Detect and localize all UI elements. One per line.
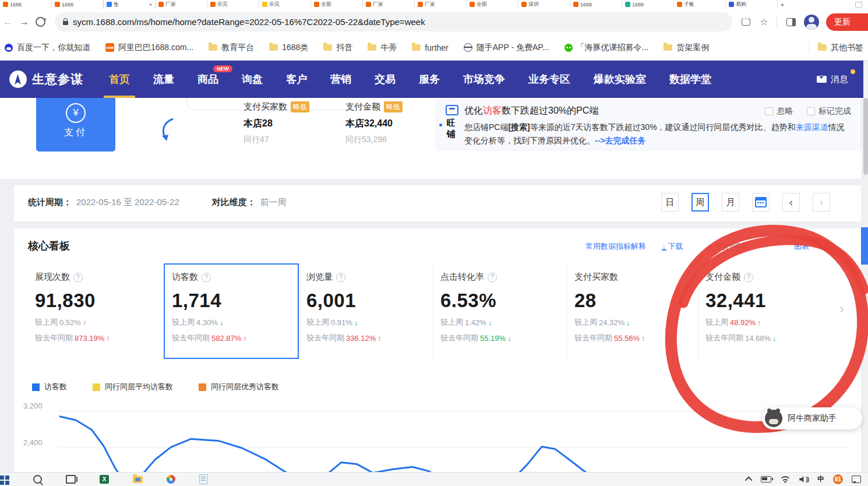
browser-tab[interactable]: 厂家	[156, 0, 207, 9]
messages-button[interactable]: 消息	[817, 74, 848, 85]
nav-item[interactable]: 交易	[375, 61, 396, 98]
tray-chevron-icon[interactable]	[745, 477, 753, 484]
battery-icon[interactable]	[761, 476, 771, 483]
checkbox-icon[interactable]	[765, 107, 773, 115]
legend-item[interactable]: 同行同层平均访客数	[93, 382, 173, 392]
download-link[interactable]: ↓下载	[662, 241, 683, 252]
bookmark-item[interactable]: 百度一下，你就知道	[5, 43, 90, 53]
granularity-button[interactable]: 日	[661, 193, 679, 212]
speaker-icon[interactable]: ))	[799, 476, 809, 483]
browser-tab[interactable]: 1688	[570, 0, 622, 9]
metric-card[interactable]: 展现次数?91,830较上周0.52%↑较去年同期873.19%↑	[28, 263, 158, 359]
metric-card[interactable]: 浏览量?6,001较上周0.91%↓较去年同期336.12%↑	[299, 263, 433, 359]
bookmark-item[interactable]: 货架案例	[664, 43, 709, 53]
metric-card[interactable]: 支付金额?32,441较上周48.92%↑较去年同期14.68%↓	[698, 263, 838, 359]
help-icon[interactable]: ?	[488, 273, 497, 282]
task-checkbox[interactable]: 标记完成	[807, 106, 851, 117]
bookmark-item[interactable]: 牛蒡	[368, 43, 397, 53]
browser-tab[interactable]: 1688	[0, 0, 52, 9]
help-icon[interactable]: ?	[73, 273, 83, 282]
metric-explain-link[interactable]: 常用数据指标解释	[585, 241, 646, 252]
side-feedback-tab[interactable]	[861, 227, 868, 265]
forward-button[interactable]: →	[16, 16, 33, 28]
browser-tab[interactable]: 易购	[726, 0, 778, 9]
browser-tab[interactable]: 子账	[674, 0, 726, 9]
granularity-button[interactable]: 月	[722, 193, 739, 212]
period-value[interactable]: 2022-05-16 至 2022-05-22	[76, 197, 179, 208]
bookmark-item[interactable]: 抖音	[323, 43, 352, 53]
start-icon[interactable]	[0, 474, 9, 485]
legend-item[interactable]: 访客数	[32, 382, 67, 392]
back-button[interactable]: ←	[0, 16, 16, 28]
brand[interactable]: 生意参谋	[9, 71, 83, 88]
help-icon[interactable]: ?	[202, 273, 211, 282]
browser-tab[interactable]: 全部	[311, 0, 363, 9]
tab-close-icon[interactable]: ×	[149, 2, 152, 8]
browser-tab[interactable]: 深圳	[518, 0, 570, 9]
window-restore-icon[interactable]	[855, 2, 862, 8]
bookmark-star-icon[interactable]: ☆	[760, 17, 768, 27]
chart-view-toggle[interactable]: 图表	[794, 241, 809, 252]
task-checkbox[interactable]: 忽略	[765, 106, 793, 117]
granularity-selected[interactable]: 周	[691, 193, 709, 212]
bookmark-item[interactable]: 1688类	[269, 43, 308, 53]
browser-tab[interactable]: 全部	[467, 0, 518, 9]
bookmark-item[interactable]: further	[412, 43, 448, 52]
scrollbar-thumb[interactable]	[863, 98, 868, 175]
prev-period-button[interactable]: ‹	[782, 193, 800, 212]
help-icon[interactable]: ?	[336, 273, 345, 282]
notepad-icon[interactable]	[199, 474, 208, 484]
browser-tab[interactable]: 1688	[622, 0, 674, 9]
task-link[interactable]: -->去完成任务	[595, 136, 646, 145]
compare-value[interactable]: 前一周	[260, 197, 287, 208]
side-panel-icon[interactable]	[786, 18, 796, 26]
browser-tab[interactable]: 乐完	[207, 0, 259, 9]
next-period-button[interactable]: ›	[813, 193, 830, 212]
checkbox-icon[interactable]	[807, 107, 815, 115]
nav-item[interactable]: 首页	[109, 61, 130, 98]
notification-center-icon[interactable]	[852, 476, 861, 483]
metric-card[interactable]: 点击转化率?6.53%较上周1.42%↓较去年同期55.19%↓	[433, 263, 567, 359]
new-tab-button[interactable]: +	[778, 1, 787, 8]
bookmark-item[interactable]: 教育平台	[209, 43, 254, 53]
bookmark-item[interactable]: 1688阿里巴巴1688.com...	[105, 43, 193, 53]
browser-tab[interactable]: 乐完	[259, 0, 311, 9]
nav-item[interactable]: 服务	[419, 61, 440, 98]
search-icon[interactable]	[33, 475, 42, 484]
browser-tab[interactable]: 厂家	[415, 0, 467, 9]
help-icon[interactable]: ?	[744, 273, 753, 282]
file-explorer-icon[interactable]	[133, 476, 143, 483]
chrome-icon[interactable]	[167, 475, 175, 484]
share-icon[interactable]	[742, 19, 750, 26]
task-view-icon[interactable]	[66, 475, 76, 484]
nav-item[interactable]: 数据学堂	[669, 61, 711, 98]
wifi-icon[interactable]	[780, 476, 791, 483]
nav-item[interactable]: 爆款实验室	[594, 61, 646, 98]
legend-item[interactable]: 同行同层优秀访客数	[199, 382, 279, 392]
assistant-widget[interactable]: 阿牛商家助手	[762, 407, 862, 429]
nav-item[interactable]: 商品NEW	[197, 61, 218, 98]
profile-avatar[interactable]	[804, 15, 819, 30]
table-view-toggle[interactable]: 表格	[819, 241, 834, 252]
bookmark-item[interactable]: 「海豚优课招募令...	[564, 43, 649, 53]
nav-item[interactable]: 流量	[153, 61, 174, 98]
scrollbar-track[interactable]	[863, 61, 868, 472]
nav-item[interactable]: 市场竞争	[463, 61, 505, 98]
metric-card[interactable]: 访客数?1,714较上周4.30%↓较去年同期582.87%↑	[164, 263, 299, 359]
task-link[interactable]: 来源渠道	[796, 122, 828, 132]
browser-tab[interactable]: 厂家	[363, 0, 415, 9]
nav-item[interactable]: 业务专区	[528, 61, 570, 98]
next-cards-arrow[interactable]: ›	[839, 301, 844, 317]
other-bookmarks[interactable]: 其他书签	[818, 43, 863, 53]
bookmark-item[interactable]: 随手APP - 免费AP...	[464, 43, 549, 53]
nav-item[interactable]: 营销	[330, 61, 351, 98]
excel-icon[interactable]: X	[100, 475, 109, 484]
calendar-button[interactable]	[752, 193, 770, 212]
update-button[interactable]: 更新	[826, 13, 868, 31]
browser-tab[interactable]: 1688	[52, 0, 104, 9]
tray-badge[interactable]: 81	[833, 474, 843, 484]
browser-tab[interactable]: 生×	[104, 0, 156, 9]
pay-tab[interactable]: ¥ 支付	[36, 98, 115, 152]
nav-item[interactable]: 客户	[286, 61, 307, 98]
address-bar[interactable]: sycm.1688.com/ms/home/home?dateRange=202…	[55, 12, 732, 31]
